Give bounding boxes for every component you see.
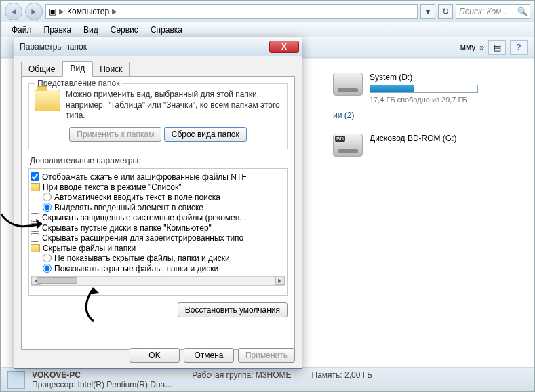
setting-label: Скрывать пустые диски в папке "Компьютер… — [42, 223, 212, 233]
search-placeholder: Поиск: Ком... — [459, 7, 508, 16]
apply-button[interactable]: Применить — [238, 348, 295, 363]
category-header: ии (2) — [333, 111, 534, 120]
setting-hidden-files-group: Скрытые файлы и папки — [31, 243, 285, 253]
folder-icon — [35, 90, 60, 111]
folder-options-dialog: Параметры папок X Общие Вид Поиск Предст… — [14, 37, 302, 369]
drive-item-bdrom[interactable]: BD Дисковод BD-ROM (G:) — [333, 134, 534, 157]
workgroup-line: Рабочая группа: M3HOME — [192, 370, 291, 380]
chevron-right-icon: ▶ — [59, 7, 64, 15]
computer-name: VOKOVE-PC — [32, 370, 172, 380]
chevron-right-icon: ▶ — [112, 7, 117, 15]
setting-label: Показывать скрытые файлы, папки и диски — [54, 264, 218, 273]
checkbox[interactable] — [31, 233, 39, 242]
truncated-command-text: мму — [460, 43, 476, 52]
checkbox[interactable] — [31, 223, 39, 232]
details-pane: VOKOVE-PC Процессор: Intel(R) Pentium(R)… — [1, 367, 534, 391]
scroll-thumb[interactable] — [37, 277, 77, 284]
drive-item-system[interactable]: System (D:) 17,4 ГБ свободно из 29,7 ГБ — [333, 73, 534, 104]
setting-hidden-show[interactable]: Показывать скрытые файлы, папки и диски — [31, 264, 285, 273]
checkbox[interactable] — [31, 213, 39, 222]
dialog-titlebar[interactable]: Параметры папок X — [14, 37, 302, 56]
scroll-right-button[interactable]: ► — [275, 277, 285, 285]
setting-label: Не показывать скрытые файлы, папки и дис… — [54, 254, 230, 263]
tab-search[interactable]: Поиск — [92, 62, 130, 77]
advanced-settings-list[interactable]: Отображать сжатые или зашифрованные файл… — [28, 168, 288, 296]
apply-to-folders-button[interactable]: Применить к папкам — [69, 127, 161, 142]
memory-line: Память: 2,00 ГБ — [312, 370, 373, 380]
close-button[interactable]: X — [269, 41, 299, 53]
overflow-chevrons-icon[interactable]: » — [479, 43, 484, 52]
refresh-button[interactable]: ↻ — [438, 4, 453, 19]
reset-folders-button[interactable]: Сброс вида папок — [164, 127, 247, 142]
search-input[interactable]: Поиск: Ком... 🔍 — [456, 4, 530, 19]
restore-defaults-button[interactable]: Восстановить умолчания — [178, 302, 288, 317]
drive-usage-bar — [370, 85, 478, 93]
hard-disk-icon — [333, 73, 363, 96]
advanced-settings-label: Дополнительные параметры: — [30, 156, 288, 165]
dialog-title: Параметры папок — [20, 42, 87, 52]
drive-name: System (D:) — [370, 73, 478, 82]
address-bar: ◄ ► ▣ ▶ Компьютер ▶ ▾ ↻ Поиск: Ком... 🔍 — [1, 1, 534, 22]
folder-icon — [31, 183, 40, 191]
tab-general[interactable]: Общие — [21, 62, 62, 77]
setting-show-encrypted[interactable]: Отображать сжатые или зашифрованные файл… — [31, 172, 285, 182]
search-icon: 🔍 — [517, 7, 528, 16]
ok-button[interactable]: OK — [130, 348, 180, 363]
view-mode-button[interactable]: ▤ — [488, 40, 506, 55]
checkbox[interactable] — [31, 172, 39, 181]
setting-label: При вводе текста в режиме "Список" — [43, 182, 182, 192]
setting-label: Выделять введенный элемент в списке — [54, 203, 203, 212]
help-button[interactable]: ? — [510, 40, 528, 55]
bd-badge: BD — [335, 136, 345, 142]
computer-icon: ▣ — [49, 7, 56, 16]
menu-edit[interactable]: Правка — [39, 24, 77, 36]
horizontal-scrollbar[interactable]: ◄ ► — [31, 276, 285, 286]
setting-label: Скрывать расширения для зарегистрированн… — [42, 233, 243, 243]
setting-label: Автоматически вводить текст в поле поиск… — [54, 193, 220, 202]
setting-label: Скрытые файлы и папки — [43, 243, 136, 253]
close-icon: X — [281, 42, 287, 52]
nav-forward-button[interactable]: ► — [25, 3, 43, 20]
setting-hide-extensions[interactable]: Скрывать расширения для зарегистрированн… — [31, 233, 285, 243]
menu-tools[interactable]: Сервис — [105, 24, 144, 36]
group-legend: Представление папок — [35, 79, 122, 88]
cpu-line: Процессор: Intel(R) Pentium(R) Dua... — [32, 380, 172, 389]
breadcrumb[interactable]: ▣ ▶ Компьютер ▶ — [45, 4, 418, 19]
setting-list-typing-select[interactable]: Выделять введенный элемент в списке — [31, 203, 285, 212]
radio[interactable] — [43, 254, 52, 262]
menu-bar: Файл Правка Вид Сервис Справка — [1, 22, 534, 37]
setting-label: Отображать сжатые или зашифрованные файл… — [42, 172, 247, 182]
computer-icon — [7, 371, 25, 389]
dialog-buttons: OK Отмена Применить — [130, 348, 295, 363]
setting-hide-protected-os-files[interactable]: Скрывать защищенные системные файлы (рек… — [31, 213, 285, 222]
menu-file[interactable]: Файл — [6, 24, 37, 36]
setting-label: Скрывать защищенные системные файлы (рек… — [42, 213, 246, 222]
setting-list-typing-auto[interactable]: Автоматически вводить текст в поле поиск… — [31, 193, 285, 202]
drive-free-text: 17,4 ГБ свободно из 29,7 ГБ — [370, 96, 478, 104]
setting-hide-empty-drives[interactable]: Скрывать пустые диски в папке "Компьютер… — [31, 223, 285, 233]
radio[interactable] — [43, 193, 52, 201]
bdrom-icon: BD — [333, 134, 363, 157]
setting-list-typing-group: При вводе текста в режиме "Список" — [31, 182, 285, 192]
radio[interactable] — [43, 203, 52, 212]
folder-views-group: Представление папок Можно применить вид,… — [28, 83, 288, 149]
tab-pane-view: Представление папок Можно применить вид,… — [21, 76, 295, 350]
dialog-tabs: Общие Вид Поиск — [14, 56, 302, 76]
radio[interactable] — [43, 264, 52, 273]
drive-name: Дисковод BD-ROM (G:) — [370, 134, 457, 143]
folder-icon — [31, 244, 40, 252]
nav-back-button[interactable]: ◄ — [5, 3, 22, 20]
group-description: Можно применить вид, выбранный для этой … — [66, 90, 281, 121]
tab-view[interactable]: Вид — [62, 61, 92, 77]
menu-view[interactable]: Вид — [78, 24, 104, 36]
breadcrumb-dropdown-button[interactable]: ▾ — [420, 4, 435, 19]
setting-hidden-dont-show[interactable]: Не показывать скрытые файлы, папки и дис… — [31, 254, 285, 263]
cancel-button[interactable]: Отмена — [184, 348, 234, 363]
breadcrumb-item[interactable]: Компьютер — [67, 7, 109, 16]
menu-help[interactable]: Справка — [145, 24, 188, 36]
